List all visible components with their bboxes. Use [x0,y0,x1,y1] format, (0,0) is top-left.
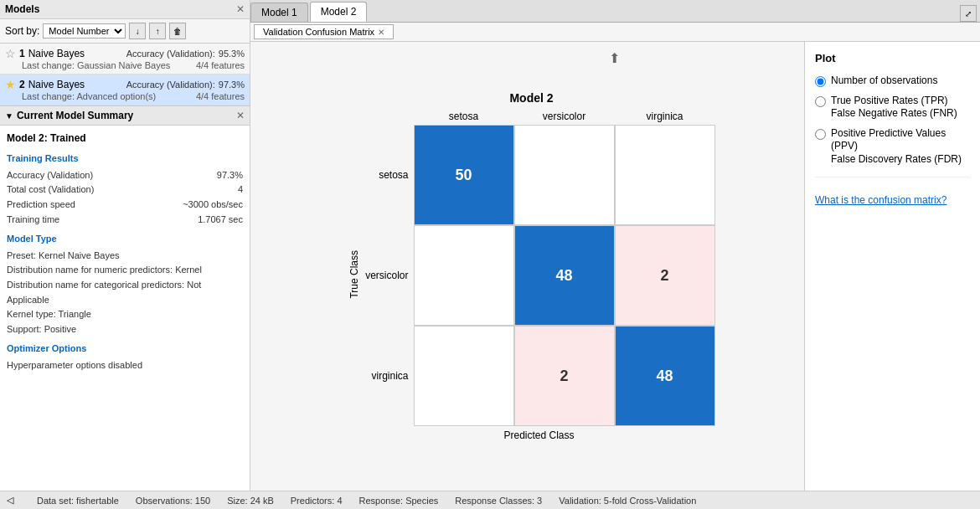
summary-header-left: ▼ Current Model Summary [5,110,133,121]
tab-close-area: ⤢ [369,5,980,22]
row-label-virginica: virginica [364,326,414,426]
model-1-features: 4/4 features [196,60,245,70]
sort-delete-button[interactable]: 🗑 [169,23,186,39]
model-type-lines: Preset: Kernel Naive BayesDistribution n… [7,249,243,337]
col-label-virginica: virginica [615,108,715,125]
options-divider [815,177,970,177]
status-response: Response: Species [359,496,439,506]
model-item-1-row1: ☆ 1 Naive Bayes Accuracy (Validation): 9… [5,47,245,60]
summary-title: Current Model Summary [17,110,133,121]
model-list: ☆ 1 Naive Bayes Accuracy (Validation): 9… [0,44,250,105]
options-title: Plot [815,52,970,64]
panel-header: Models ✕ [0,0,250,19]
model-1-accuracy-value: 95.3% [219,49,245,59]
sort-select[interactable]: Model Number [43,23,126,39]
summary-row-speed: Prediction speed ~3000 obs/sec [7,198,243,213]
model-item-2[interactable]: ★ 2 Naive Bayes Accuracy (Validation): 9… [0,75,250,105]
matrix-with-axes: True Class setosa versicolor virginica [348,108,715,441]
model-type-line: Support: Positive [7,322,243,337]
summary-content: Model 2: Trained Training Results Accura… [0,126,250,491]
cell-0-2 [615,125,715,225]
status-bar: ◁ Data set: fishertable Observations: 15… [0,491,980,509]
summary-accuracy-value: 97.3% [217,168,243,183]
radio-tpr[interactable] [815,96,826,107]
summary-model-title: Model 2: Trained [7,131,243,147]
summary-cost-label: Total cost (Validation) [7,183,94,198]
status-response-classes: Response Classes: 3 [455,496,542,506]
sub-tab-close-icon[interactable]: ✕ [378,28,384,37]
left-panel: Models ✕ Sort by: Model Number ↓ ↑ 🗑 ☆ 1 [0,0,250,491]
status-dataset: Data set: fishertable [37,496,119,506]
model-item-1[interactable]: ☆ 1 Naive Bayes Accuracy (Validation): 9… [0,44,250,75]
summary-accuracy-label: Accuracy (Validation) [7,168,93,183]
chart-save-icon[interactable]: ⬆ [609,50,620,66]
model-item-2-row2: Last change: Advanced option(s) 4/4 feat… [5,91,245,101]
model-1-number: 1 [19,48,25,59]
radio-item-observations[interactable]: Number of observations [815,75,970,88]
sub-tab-label: Validation Confusion Matrix [263,27,374,37]
tab-model2[interactable]: Model 2 [310,2,368,22]
summary-section: ▼ Current Model Summary ✕ Model 2: Train… [0,105,250,491]
summary-training-label: Training Results [7,152,243,167]
chart-title: Model 2 [509,91,553,105]
sub-tab-confusion-matrix[interactable]: Validation Confusion Matrix ✕ [254,24,394,39]
summary-close-icon[interactable]: ✕ [236,110,245,121]
model-type-line: Kernel type: Triangle [7,307,243,322]
radio-ppv-label: Positive Predictive Values (PPV)False Di… [831,127,970,167]
status-predictors: Predictors: 4 [291,496,343,506]
sort-desc-button[interactable]: ↑ [149,23,166,39]
summary-optimizer-text: Hyperparameter options disabled [7,358,243,373]
model-type-line: Distribution name for numeric predictors… [7,263,243,278]
y-axis-label: True Class [348,250,360,299]
model-2-accuracy-label: Accuracy (Validation): [126,80,215,90]
model-item-1-row2: Last change: Gaussian Naive Bayes 4/4 fe… [5,60,245,70]
model-2-accuracy-value: 97.3% [219,80,245,90]
summary-speed-value: ~3000 obs/sec [183,198,243,213]
summary-arrow-icon: ▼ [5,111,13,121]
status-size: Size: 24 kB [227,496,274,506]
cell-2-0 [414,326,514,426]
options-panel: Plot Number of observations True Positiv… [804,42,980,491]
radio-observations-label: Number of observations [831,75,937,88]
status-validation: Validation: 5-fold Cross-Validation [559,496,696,506]
sub-tab-bar: Validation Confusion Matrix ✕ [250,23,980,42]
cell-0-0: 50 [414,125,514,225]
model-2-features: 4/4 features [196,91,245,101]
tab-bar: Model 1 Model 2 ⤢ [250,0,980,23]
model-1-name: Naive Bayes [28,48,123,59]
status-observations: Observations: 150 [136,496,210,506]
cell-1-1: 48 [514,225,615,326]
col-label-setosa: setosa [414,108,514,125]
radio-tpr-label: True Positive Rates (TPR)False Negative … [831,95,957,121]
model-2-change: Last change: Advanced option(s) [22,91,156,101]
summary-row-cost: Total cost (Validation) 4 [7,183,243,198]
summary-header[interactable]: ▼ Current Model Summary ✕ [0,106,250,126]
cell-2-1: 2 [514,326,615,426]
chart-area: Model 2 ⬆ True Class setosa [250,42,804,491]
summary-modeltype-label: Model Type [7,232,243,247]
status-left-icon[interactable]: ◁ [7,495,20,506]
summary-time-value: 1.7067 sec [198,213,243,228]
sort-asc-button[interactable]: ↓ [129,23,146,39]
tab-model1-label: Model 1 [261,7,297,18]
radio-group: Number of observations True Positive Rat… [815,75,970,167]
model-1-star-icon: ☆ [5,47,16,60]
confusion-matrix-link[interactable]: What is the confusion matrix? [815,194,970,206]
radio-observations[interactable] [815,76,826,87]
matrix-grid: setosa versicolor virginica setosa 50 [364,108,715,426]
summary-row-accuracy: Accuracy (Validation) 97.3% [7,168,243,183]
x-axis-label: Predicted Class [503,429,574,441]
summary-row-time: Training time 1.7067 sec [7,213,243,228]
panel-close-icon[interactable]: ✕ [236,3,245,15]
model-2-star-icon: ★ [5,78,16,91]
tab-model1[interactable]: Model 1 [250,3,308,22]
cell-1-2: 2 [615,225,715,326]
radio-ppv[interactable] [815,129,826,140]
tab-expand-button[interactable]: ⤢ [960,5,977,22]
confusion-matrix-container: True Class setosa versicolor virginica [348,108,715,441]
sort-bar: Sort by: Model Number ↓ ↑ 🗑 [0,19,250,44]
model-type-line: Distribution name for categorical predic… [7,278,243,307]
radio-item-tpr[interactable]: True Positive Rates (TPR)False Negative … [815,95,970,121]
radio-item-ppv[interactable]: Positive Predictive Values (PPV)False Di… [815,127,970,167]
row-label-versicolor: versicolor [364,225,414,326]
